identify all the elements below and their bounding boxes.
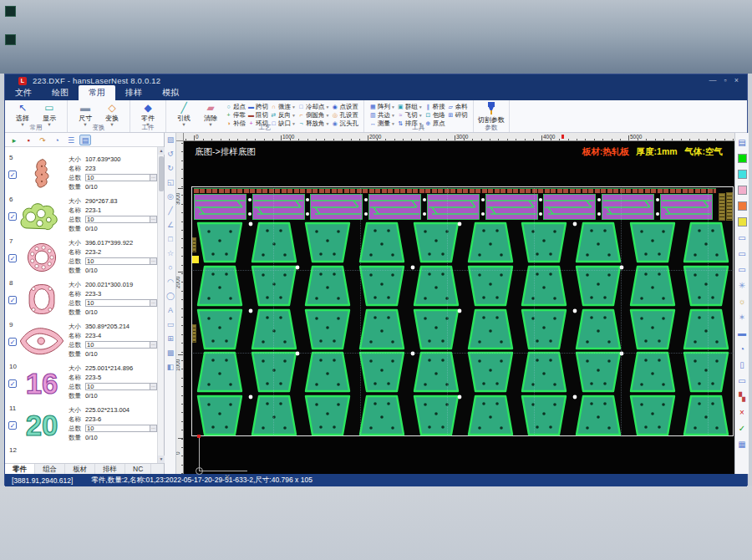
nested-strip-part[interactable] (427, 194, 480, 220)
sun-icon[interactable]: ☼ (736, 293, 749, 309)
menu-tab-4[interactable]: 排样 (115, 85, 152, 100)
total-spinner-button[interactable]: ⋯ (150, 216, 156, 222)
phone-icon[interactable]: ▯ (736, 357, 749, 373)
nested-strip-part[interactable] (368, 194, 421, 220)
part-total-input[interactable]: 10⋯ (85, 174, 157, 181)
scrollbar-thumb[interactable] (159, 156, 164, 191)
nested-part[interactable] (247, 308, 301, 351)
part-total-input[interactable]: 10⋯ (85, 257, 157, 265)
nested-part[interactable] (626, 308, 679, 351)
part-history-icon[interactable]: ◔ (51, 135, 63, 145)
nested-part[interactable] (679, 350, 733, 394)
scroll-up-icon[interactable]: ▲ (158, 147, 165, 155)
edge-scrap-part[interactable] (719, 193, 725, 221)
box-select-icon[interactable]: ▧ (165, 133, 176, 147)
part-checkbox[interactable]: ✓ (8, 338, 17, 346)
part-checkbox[interactable]: ✓ (8, 171, 17, 179)
nested-part[interactable] (679, 308, 733, 351)
nested-strip-part[interactable] (194, 194, 246, 220)
display-mode-icon-1[interactable]: ▭ (736, 230, 749, 246)
nested-part[interactable] (626, 394, 679, 437)
nested-part[interactable] (193, 394, 246, 437)
menu-tab-3[interactable]: 常用 (79, 85, 115, 100)
nested-part[interactable] (247, 221, 301, 264)
nested-part[interactable] (301, 264, 354, 308)
nested-part[interactable] (626, 221, 679, 264)
zoom-icon[interactable]: ◎ (165, 190, 176, 204)
part-list-item-11[interactable]: 11✓20大小225.02*213.004名称223-6总数10⋯数量0/10 (5, 404, 158, 445)
nested-part[interactable] (193, 308, 246, 351)
nesting-canvas[interactable]: 010002000300040005000 3000200010000 底图->… (176, 133, 734, 474)
ribbon-button-停靠[interactable]: +停靠 (225, 111, 246, 119)
display-mode-icon-3[interactable]: ▭ (736, 262, 749, 277)
panel-tab-1[interactable]: 零件 (5, 464, 35, 474)
close-button-icon[interactable]: × (734, 75, 739, 86)
part-total-input[interactable]: 10⋯ (85, 341, 157, 349)
grid-icon[interactable]: ▦ (736, 436, 749, 452)
ribbon-button-共边[interactable]: ▥共边▼ (369, 111, 395, 119)
desktop-shortcut-1[interactable] (5, 6, 16, 17)
menu-tab-1[interactable]: 文件 (5, 85, 42, 100)
ribbon-button-阵列[interactable]: ▦阵列▼ (369, 103, 395, 110)
nested-part[interactable] (409, 308, 463, 351)
nested-edge-strip[interactable] (194, 188, 716, 193)
undo-icon[interactable]: ↺ (165, 147, 176, 161)
panel-tab-3[interactable]: 板材 (65, 464, 95, 474)
total-spinner-button[interactable]: ⋯ (150, 384, 156, 389)
ribbon-button-孔设置[interactable]: ◎孔设置 (331, 111, 358, 119)
part-list-item-6[interactable]: 6✓大小290*267.83名称223-1总数10⋯数量0/10 (5, 195, 158, 237)
ribbon-button-跨切[interactable]: ▬跨切 (247, 103, 268, 110)
part-restore-icon[interactable]: ↷ (37, 135, 48, 145)
edge-scrap-part[interactable] (726, 192, 733, 221)
polyline-icon[interactable]: ∠ (165, 218, 176, 232)
nested-part[interactable] (572, 221, 625, 264)
nested-strip-part[interactable] (310, 194, 363, 220)
ribbon-button-冷却点[interactable]: □冷却点▼ (297, 103, 329, 110)
nested-part[interactable] (301, 308, 354, 351)
nested-part[interactable] (679, 221, 733, 264)
clock-icon[interactable]: ◔ (736, 341, 749, 357)
fill-icon[interactable]: ◧ (165, 360, 176, 374)
part-checkbox[interactable]: ✓ (8, 254, 17, 262)
nested-part[interactable] (464, 221, 517, 264)
fit-view-icon[interactable]: ◱ (165, 176, 176, 190)
nested-part[interactable] (517, 221, 571, 264)
rect-icon[interactable]: □ (165, 232, 176, 247)
part-delete-icon[interactable]: ▪ (23, 135, 34, 145)
list-view-icon[interactable]: ☰ (65, 135, 77, 145)
part-import-icon[interactable]: ▸ (8, 135, 20, 145)
star-icon[interactable]: ☆ (165, 247, 176, 261)
nested-part[interactable] (409, 221, 463, 264)
sheet-plate[interactable] (191, 186, 734, 436)
color-swatch-pink[interactable] (736, 182, 749, 198)
ribbon-button-群组[interactable]: ▣群组▼ (397, 103, 423, 110)
snowflake-icon[interactable]: ✳ (736, 277, 749, 293)
nested-part[interactable] (517, 308, 571, 351)
selected-scrap-part[interactable] (192, 256, 199, 263)
part-total-input[interactable]: 10⋯ (85, 425, 157, 432)
panel-tab-5[interactable]: NC (125, 464, 151, 474)
ribbon-button-切割参数[interactable]: 切割参数 (479, 102, 504, 125)
scroll-down-icon[interactable]: ▼ (158, 456, 165, 463)
color-swatch-yellow[interactable] (736, 214, 749, 230)
arc-icon[interactable]: ◠ (165, 275, 176, 289)
parts-list-scrollbar[interactable]: ▲ ▼ (157, 147, 164, 463)
total-spinner-button[interactable]: ⋯ (150, 258, 156, 264)
nested-part[interactable] (247, 264, 301, 308)
ribbon-button-飞切[interactable]: ≈飞切▼ (397, 111, 423, 119)
total-spinner-button[interactable]: ⋯ (150, 425, 156, 431)
nested-part[interactable] (193, 221, 246, 264)
total-spinner-button[interactable]: ⋯ (150, 175, 156, 181)
nested-part[interactable] (464, 308, 517, 351)
part-checkbox[interactable]: ✓ (8, 296, 17, 304)
nested-part[interactable] (464, 350, 517, 394)
nested-part[interactable] (517, 394, 571, 437)
nested-part[interactable] (626, 264, 679, 308)
display-mode-icon-2[interactable]: ▭ (736, 246, 749, 262)
color-swatch-cyan[interactable] (736, 166, 749, 182)
nested-part[interactable] (355, 394, 409, 437)
ellipse-icon[interactable]: ◯ (165, 289, 176, 303)
nested-part[interactable] (409, 394, 463, 437)
part-list-item-12[interactable]: 12 (5, 445, 158, 463)
part-list-item-8[interactable]: 8✓大小200.021*300.019名称223-3总数10⋯数量0/10 (5, 278, 158, 320)
